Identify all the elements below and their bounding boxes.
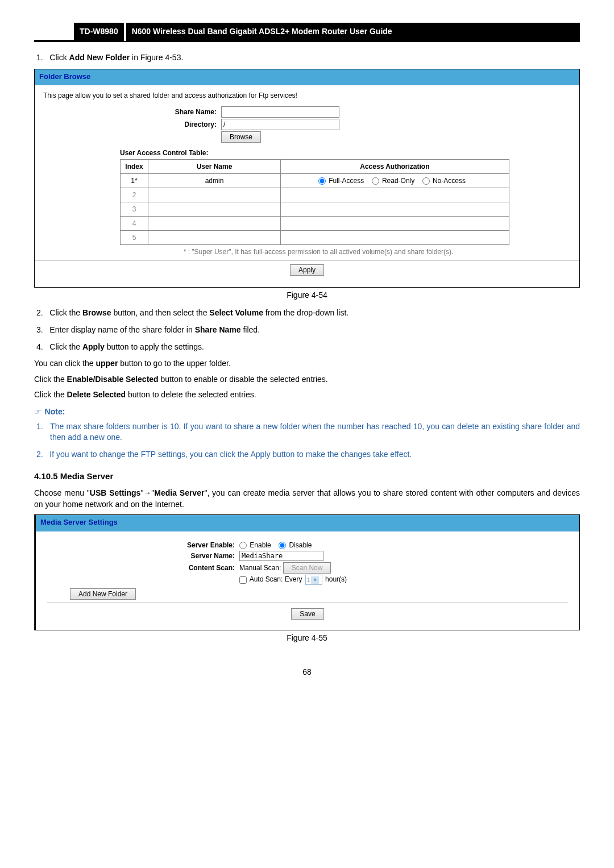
table-row: 3 xyxy=(121,202,509,216)
content-scan-label: Content Scan: xyxy=(47,563,239,573)
disable-label: Disable xyxy=(289,541,312,549)
super-user-footnote: * : "Super User", It has full-access per… xyxy=(69,247,568,257)
folder-browse-header: Folder Browse xyxy=(35,69,579,85)
server-enable-label: Server Enable: xyxy=(47,541,239,550)
step-1: 1. Click Add New Folder in Figure 4-53. xyxy=(34,52,580,64)
pointing-hand-icon: ☞ xyxy=(34,407,42,416)
figure-54-caption: Figure 4-54 xyxy=(34,290,580,301)
auto-scan-pre: Auto Scan: Every xyxy=(250,576,302,584)
table-row: 1* admin Full-Access Read-Only No-Access xyxy=(121,173,509,188)
directory-input[interactable] xyxy=(221,119,339,130)
cell-index: 1* xyxy=(121,173,148,188)
enable-label: Enable xyxy=(250,541,271,549)
section-4-10-5-heading: 4.10.5 Media Server xyxy=(34,470,580,482)
step1-pre: Click xyxy=(49,53,69,62)
auto-scan-post: hour(s) xyxy=(325,576,347,584)
no-access-radio[interactable] xyxy=(422,177,430,185)
step-3: 3. Enter display name of the share folde… xyxy=(34,325,580,336)
note-heading: ☞Note: xyxy=(34,406,580,418)
col-index: Index xyxy=(121,159,148,173)
read-only-radio[interactable] xyxy=(372,177,379,185)
server-name-label: Server Name: xyxy=(47,551,239,561)
folder-browse-desc: This page allow you to set a shared fold… xyxy=(43,91,568,101)
col-access: Access Authorization xyxy=(281,159,509,173)
browse-button[interactable]: Browse xyxy=(221,131,261,143)
share-name-input[interactable] xyxy=(221,106,339,118)
page-number: 68 xyxy=(34,667,580,678)
media-server-header: Media Server Settings xyxy=(36,515,579,531)
para-upper: You can click the upper button to go to … xyxy=(34,358,580,369)
figure-media-server: Media Server Settings Server Enable: Ena… xyxy=(34,514,580,630)
col-username: User Name xyxy=(148,159,281,173)
table-row: 2 xyxy=(121,188,509,202)
step1-bold: Add New Folder xyxy=(69,53,130,62)
media-server-intro: Choose menu "USB Settings"→"Media Server… xyxy=(34,488,580,510)
doc-header: TD-W8980 N600 Wireless Dual Band Gigabit… xyxy=(34,23,580,42)
table-row: 4 xyxy=(121,216,509,230)
no-access-label: No-Access xyxy=(433,177,466,185)
server-enable-radio[interactable] xyxy=(239,542,247,549)
figure-55-caption: Figure 4-55 xyxy=(34,633,580,644)
manual-scan-label: Manual Scan: xyxy=(239,564,281,572)
server-disable-radio[interactable] xyxy=(279,542,286,549)
read-only-label: Read-Only xyxy=(382,177,414,185)
step-4: 4. Click the Apply button to apply the s… xyxy=(34,342,580,353)
para-delete: Click the Delete Selected button to dele… xyxy=(34,389,580,401)
scan-now-button[interactable]: Scan Now xyxy=(283,562,331,574)
model-badge: TD-W8980 xyxy=(74,23,124,41)
auto-scan-checkbox[interactable] xyxy=(239,576,247,584)
share-name-label: Share Name: xyxy=(69,107,221,117)
auto-scan-interval-select[interactable]: 1 ▾ xyxy=(305,575,322,585)
user-access-table: Index User Name Access Authorization 1* … xyxy=(120,159,509,245)
uact-label: User Access Control Table: xyxy=(120,148,568,158)
directory-label: Directory: xyxy=(69,120,221,130)
para-enable-disable: Click the Enable/Disable Selected button… xyxy=(34,374,580,385)
add-new-folder-button[interactable]: Add New Folder xyxy=(70,588,136,600)
note-1: 1. The max share folders number is 10. I… xyxy=(34,421,580,443)
full-access-radio[interactable] xyxy=(318,177,326,185)
full-access-label: Full-Access xyxy=(329,177,364,185)
cell-access: Full-Access Read-Only No-Access xyxy=(281,173,509,188)
doc-title: N600 Wireless Dual Band Gigabit ADSL2+ M… xyxy=(126,23,580,41)
cell-username: admin xyxy=(148,173,281,188)
note-2: 2. If you want to change the FTP setting… xyxy=(34,449,580,460)
server-name-input[interactable] xyxy=(239,551,323,561)
step1-post: in Figure 4-53. xyxy=(130,53,183,62)
table-row: 5 xyxy=(121,230,509,244)
apply-button[interactable]: Apply xyxy=(290,264,324,276)
header-spacer xyxy=(34,23,74,41)
figure-folder-browse: Folder Browse This page allow you to set… xyxy=(34,69,580,288)
step-2: 2. Click the Browse button, and then sel… xyxy=(34,308,580,319)
chevron-down-icon: ▾ xyxy=(312,576,319,584)
save-button[interactable]: Save xyxy=(291,608,323,620)
